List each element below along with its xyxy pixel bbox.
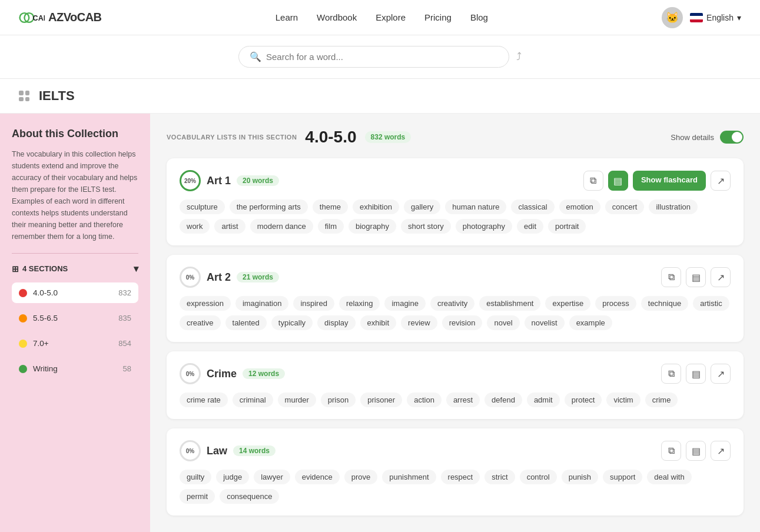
- tag[interactable]: concert: [605, 200, 645, 214]
- tag[interactable]: creativity: [430, 296, 474, 311]
- tag[interactable]: process: [595, 296, 636, 311]
- tag[interactable]: inspired: [293, 296, 334, 311]
- sidebar-item-writing[interactable]: Writing 58: [12, 358, 138, 379]
- tag[interactable]: defend: [484, 393, 522, 407]
- tag[interactable]: exhibition: [353, 200, 399, 214]
- sidebar-item-7.0+[interactable]: 7.0+ 854: [12, 333, 138, 354]
- grid-icon[interactable]: [19, 91, 29, 101]
- tag[interactable]: punishment: [382, 470, 436, 484]
- tag[interactable]: talented: [225, 315, 267, 330]
- tag[interactable]: photography: [456, 219, 512, 234]
- tag[interactable]: murder: [278, 393, 316, 407]
- share-button[interactable]: ↗: [711, 267, 731, 287]
- tag[interactable]: strict: [484, 470, 515, 484]
- tag[interactable]: arrest: [446, 393, 480, 407]
- tag[interactable]: consequence: [220, 489, 279, 504]
- copy-button[interactable]: ⧉: [661, 441, 681, 461]
- tag[interactable]: creative: [180, 315, 221, 330]
- tag[interactable]: action: [407, 393, 442, 407]
- tag[interactable]: theme: [313, 200, 348, 214]
- flashcard-tooltip[interactable]: Show flashcard: [633, 171, 706, 191]
- sidebar-item-5.5-6.5[interactable]: 5.5-6.5 835: [12, 308, 138, 328]
- share-button[interactable]: ↗: [711, 441, 731, 461]
- tag[interactable]: novelist: [525, 315, 565, 330]
- tag[interactable]: crime: [645, 393, 678, 407]
- tag[interactable]: deal with: [647, 470, 691, 484]
- tag[interactable]: artistic: [693, 296, 729, 311]
- flashcard-button[interactable]: ▤: [686, 364, 706, 384]
- tag[interactable]: prison: [321, 393, 356, 407]
- sidebar-item-4.0-5.0[interactable]: 4.0-5.0 832: [12, 282, 138, 303]
- tag[interactable]: revision: [442, 315, 483, 330]
- tag[interactable]: exhibit: [360, 315, 397, 330]
- tag[interactable]: work: [180, 219, 210, 234]
- share-button[interactable]: ↗: [711, 171, 731, 191]
- tag[interactable]: criminal: [233, 393, 273, 407]
- tag[interactable]: expertise: [545, 296, 590, 311]
- tag[interactable]: punish: [562, 470, 598, 484]
- tag[interactable]: biography: [349, 219, 396, 234]
- card-words-badge: 14 words: [233, 445, 276, 456]
- nav-pricing[interactable]: Pricing: [424, 12, 452, 22]
- tag[interactable]: prove: [344, 470, 378, 484]
- tag[interactable]: human nature: [445, 200, 506, 214]
- tag[interactable]: crime rate: [180, 393, 228, 407]
- tag[interactable]: imagination: [235, 296, 289, 311]
- tag[interactable]: guilty: [180, 470, 211, 484]
- flashcard-button[interactable]: ▤: [608, 171, 628, 191]
- nav-learn[interactable]: Learn: [276, 12, 298, 22]
- tag[interactable]: prisoner: [360, 393, 402, 407]
- tag[interactable]: lawyer: [254, 470, 290, 484]
- copy-button[interactable]: ⧉: [661, 364, 681, 384]
- tag[interactable]: modern dance: [250, 219, 313, 234]
- tag[interactable]: permit: [180, 489, 215, 504]
- tag[interactable]: film: [318, 219, 344, 234]
- flashcard-button[interactable]: ▤: [686, 267, 706, 287]
- nav-explore[interactable]: Explore: [376, 12, 406, 22]
- nav-blog[interactable]: Blog: [470, 12, 488, 22]
- share-button[interactable]: ↗: [711, 364, 731, 384]
- sections-collapse-icon[interactable]: ▾: [134, 263, 138, 274]
- tag[interactable]: classical: [511, 200, 554, 214]
- tag[interactable]: establishment: [479, 296, 540, 311]
- tag[interactable]: victim: [606, 393, 640, 407]
- tag[interactable]: short story: [401, 219, 451, 234]
- tag[interactable]: artist: [214, 219, 245, 234]
- tag[interactable]: relaxing: [339, 296, 380, 311]
- tag[interactable]: protect: [565, 393, 602, 407]
- avatar[interactable]: 🐱: [662, 7, 683, 28]
- tag[interactable]: typically: [271, 315, 313, 330]
- tag[interactable]: sculpture: [180, 200, 225, 214]
- show-details-toggle[interactable]: [720, 131, 744, 144]
- copy-button[interactable]: ⧉: [583, 171, 603, 191]
- tag[interactable]: emotion: [559, 200, 600, 214]
- flashcard-button[interactable]: ▤: [686, 441, 706, 461]
- section-label: 5.5-6.5: [33, 314, 118, 322]
- tag[interactable]: control: [520, 470, 557, 484]
- share-icon[interactable]: ⤴: [516, 51, 522, 63]
- card-header: 20% Art 1 20 words ⧉ ▤ Show flashcard ↗: [180, 170, 731, 191]
- tag[interactable]: review: [401, 315, 437, 330]
- logo[interactable]: CAB AZVoCAB: [19, 7, 102, 28]
- tag[interactable]: imagine: [384, 296, 426, 311]
- progress-circle: 0%: [180, 363, 201, 384]
- tag[interactable]: evidence: [295, 470, 340, 484]
- tag[interactable]: respect: [441, 470, 480, 484]
- tag[interactable]: example: [569, 315, 612, 330]
- language-selector[interactable]: English ▾: [690, 13, 741, 22]
- tag[interactable]: edit: [517, 219, 543, 234]
- search-input[interactable]: [266, 52, 498, 62]
- tag[interactable]: technique: [641, 296, 688, 311]
- tag[interactable]: display: [317, 315, 355, 330]
- tag[interactable]: support: [603, 470, 642, 484]
- tag[interactable]: expression: [180, 296, 231, 311]
- tag[interactable]: judge: [216, 470, 249, 484]
- tag[interactable]: novel: [487, 315, 519, 330]
- tag[interactable]: illustration: [649, 200, 698, 214]
- tag[interactable]: the performing arts: [230, 200, 308, 214]
- tag[interactable]: gallery: [404, 200, 440, 214]
- nav-wordbook[interactable]: Wordbook: [317, 12, 357, 22]
- tag[interactable]: portrait: [548, 219, 586, 234]
- tag[interactable]: admit: [527, 393, 560, 407]
- copy-button[interactable]: ⧉: [661, 267, 681, 287]
